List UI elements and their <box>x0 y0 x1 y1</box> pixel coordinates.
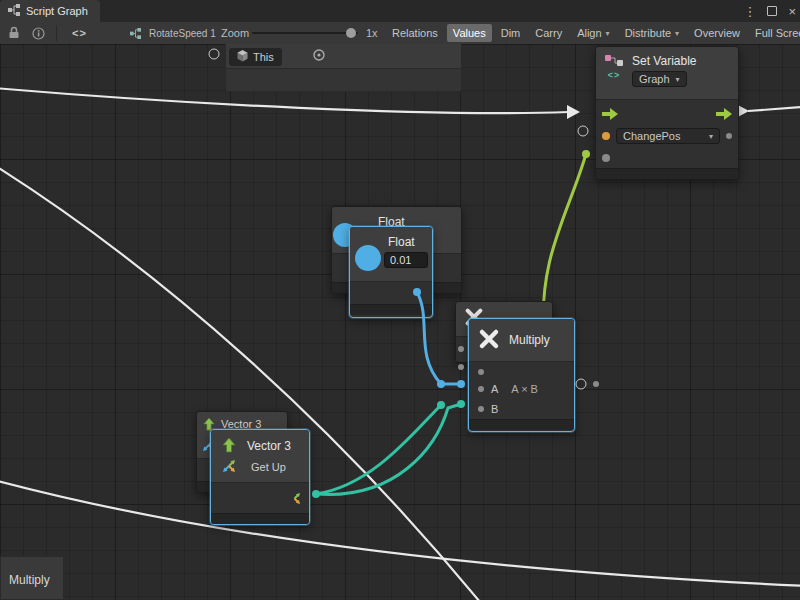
chevron-down-icon: ▾ <box>675 29 679 38</box>
multiply-icon <box>478 328 500 354</box>
variable-object-port[interactable] <box>602 132 610 140</box>
graph-name-label: RotateSpeed 1 <box>149 22 216 44</box>
arrow-up-icon <box>221 437 237 457</box>
edit-graph-button[interactable]: <> <box>72 22 87 44</box>
target-picker-icon[interactable] <box>312 48 326 66</box>
lock-icon[interactable] <box>8 22 20 44</box>
maximize-icon[interactable] <box>767 6 777 16</box>
node-this[interactable]: This <box>225 44 462 92</box>
chevron-down-icon: ▾ <box>709 132 713 141</box>
value-input-port[interactable] <box>602 154 610 162</box>
zoom-label: Zoom <box>221 22 249 44</box>
port-b-label: B <box>491 403 498 415</box>
distribute-dropdown-button[interactable]: Distribute▾ <box>619 24 685 42</box>
set-variable-icon: <> <box>604 54 624 87</box>
zoom-slider-knob[interactable] <box>346 28 356 38</box>
node-set-variable[interactable]: <> Set Variable Graph ▾ <box>595 46 739 180</box>
info-icon[interactable] <box>32 22 45 44</box>
script-graph-icon <box>8 4 20 18</box>
node-title: Set Variable <box>632 54 696 68</box>
tab-script-graph[interactable]: Script Graph <box>0 0 100 22</box>
kebab-menu-icon[interactable]: ⋮ <box>743 4 756 19</box>
multiply-outer-port[interactable] <box>458 346 464 352</box>
unity-visual-scripting-window: Script Graph ⋮ × <> RotateSpeed 1 Zoom 1… <box>0 0 800 600</box>
input-b-port[interactable] <box>478 406 484 412</box>
multiply-output-dot[interactable] <box>593 381 599 387</box>
align-dropdown-button[interactable]: Align▾ <box>571 24 615 42</box>
this-label: This <box>253 51 274 63</box>
pending-node-label[interactable]: Multiply <box>0 556 64 600</box>
carry-button[interactable]: Carry <box>529 24 568 42</box>
chevron-down-icon: ▾ <box>676 75 680 84</box>
node-title: Float <box>388 235 415 249</box>
vector3-axes-icon <box>288 491 301 509</box>
vector3-axes-icon <box>222 459 236 477</box>
chevron-down-icon: ▾ <box>606 29 610 38</box>
fullscreen-button[interactable]: Full Screen <box>749 24 800 42</box>
flow-input-port[interactable] <box>602 106 618 124</box>
multiply-b-port[interactable] <box>457 400 465 408</box>
node-vector3-get-up[interactable]: Vector 3 Get Up <box>210 429 310 525</box>
overview-button[interactable]: Overview <box>688 24 746 42</box>
values-button[interactable]: Values <box>447 24 492 42</box>
flow-output-port[interactable] <box>716 106 732 124</box>
variable-scope-dropdown[interactable]: Graph ▾ <box>632 71 687 87</box>
node-title: Vector 3 <box>247 439 291 453</box>
node-multiply[interactable]: Multiply A A × B B <box>468 318 575 432</box>
port-a-label: A <box>491 383 498 395</box>
zoom-value: 1x <box>366 22 378 44</box>
operation-label: Get Up <box>251 461 286 473</box>
this-object-field[interactable]: This <box>229 48 282 66</box>
vector3-output-port[interactable] <box>312 490 320 498</box>
flow-wire-endpoint[interactable] <box>582 150 590 158</box>
cube-icon <box>237 50 248 64</box>
zoom-slider[interactable] <box>252 32 358 34</box>
float-output-port[interactable] <box>413 288 421 296</box>
relations-button[interactable]: Relations <box>386 24 444 42</box>
float-value-input[interactable]: 0.01 <box>384 252 428 268</box>
multiply-output-port[interactable] <box>576 379 587 390</box>
tab-title: Script Graph <box>26 5 88 17</box>
dim-button[interactable]: Dim <box>495 24 527 42</box>
node-title: Multiply <box>509 333 550 347</box>
expression-label: A × B <box>511 383 538 395</box>
code-icon: <> <box>608 70 621 80</box>
this-panel-body <box>226 68 461 91</box>
tab-bar: Script Graph ⋮ × <box>0 0 800 22</box>
wire-endpoint-b[interactable] <box>437 401 445 409</box>
graph-asset-icon <box>130 22 141 44</box>
close-icon[interactable]: × <box>788 4 796 19</box>
result-port[interactable] <box>478 369 484 375</box>
toolbar-separator <box>56 25 57 41</box>
multiply-a-port[interactable] <box>457 380 465 388</box>
output-value-port[interactable] <box>726 133 732 139</box>
set-variable-left-port[interactable] <box>578 126 589 137</box>
multiply-outer-port[interactable] <box>458 364 464 370</box>
wire-endpoint-a[interactable] <box>437 380 445 388</box>
variable-name-dropdown[interactable]: ChangePos ▾ <box>616 128 720 144</box>
node-float[interactable]: Float 0.01 <box>349 226 433 318</box>
graph-canvas[interactable]: Float Vector 3 <box>0 44 800 600</box>
this-port[interactable] <box>209 49 220 60</box>
graph-toolbar: <> RotateSpeed 1 Zoom 1x Relations Value… <box>0 22 800 45</box>
input-a-port[interactable] <box>478 386 484 392</box>
flow-ports-row <box>596 100 738 124</box>
float-type-icon <box>355 245 381 271</box>
